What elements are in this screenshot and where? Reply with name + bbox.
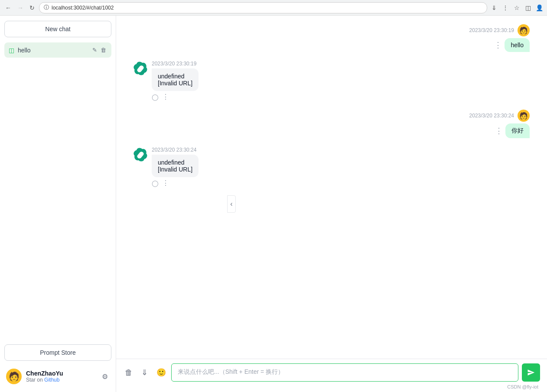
user-bubble: hello [505,38,530,52]
timestamp: 2023/3/20 23:30:24 [152,147,196,153]
avatar: 🧑 [6,369,22,384]
user-message-group: 2023/3/20 23:30:19 🧑 ⋮ hello [133,24,530,52]
chat-item[interactable]: ◫ hello ✎ 🗑 [4,42,111,58]
more-actions-button[interactable]: ⋮ [162,179,169,187]
user-message-header: 2023/3/20 23:30:24 🧑 [469,110,530,122]
user-message-group: 2023/3/20 23:30:24 🧑 ⋮ 你好 [133,110,530,138]
app-container: New chat ◫ hello ✎ 🗑 Prompt Store 🧑 Chen… [0,16,547,392]
ai-message-header: 2023/3/20 23:30:24 [152,147,199,153]
more-actions-button[interactable]: ⋮ [162,93,169,101]
input-row: 🗑 ⇓ 🙂 [123,363,540,382]
timestamp: 2023/3/20 23:30:24 [469,113,514,119]
user-sub: Star on Github [26,377,96,383]
ai-message-group: 2023/3/20 23:30:19 undefined [Invalid UR… [133,61,530,101]
send-button[interactable] [522,363,540,382]
delete-chat-button[interactable]: 🗑 [100,46,107,54]
ai-content: 2023/3/20 23:30:19 undefined [Invalid UR… [152,61,199,101]
messages-area: 2023/3/20 23:30:19 🧑 ⋮ hello [116,16,547,359]
chat-main: 2023/3/20 23:30:19 🧑 ⋮ hello [116,16,547,392]
new-chat-button[interactable]: New chat [4,21,111,37]
github-link[interactable]: Github [44,377,59,383]
settings-button[interactable]: ⚙ [100,371,110,382]
user-name: ChenZhaoYu [26,370,96,377]
ai-bubble: undefined [Invalid URL] [152,155,199,177]
timestamp: 2023/3/20 23:30:19 [469,27,514,33]
url-text: localhost:3002/#/chat/1002 [52,5,114,11]
message-actions[interactable]: ⋮ [494,40,502,50]
copy-button[interactable]: ◯ [152,180,159,187]
chat-item-actions: ✎ 🗑 [91,46,107,54]
message-actions[interactable]: ⋮ [495,126,503,136]
browser-bar: ← → ↻ ⓘ localhost:3002/#/chat/1002 ⇓ ⋮ ☆… [0,0,547,16]
user-avatar-small: 🧑 [518,110,530,122]
timestamp: 2023/3/20 23:30:19 [152,61,196,67]
user-bubble: 你好 [505,123,530,138]
back-button[interactable]: ← [3,3,13,12]
user-avatar-small: 🧑 [518,24,530,36]
prompt-store-button[interactable]: Prompt Store [4,344,111,361]
sidebar-bottom: Prompt Store 🧑 ChenZhaoYu Star on Github… [4,344,111,387]
emoji-button[interactable]: 🙂 [155,366,168,379]
profile-icon[interactable]: 👤 [535,3,544,12]
ai-message-footer: ◯ ⋮ [152,93,199,101]
bookmark-icon[interactable]: ☆ [512,3,521,12]
user-info: ChenZhaoYu Star on Github [26,370,96,383]
ai-message-header: 2023/3/20 23:30:19 [152,61,199,67]
footer-credit: CSDN @fly-iot [123,384,540,389]
ai-avatar [133,148,147,162]
chat-input[interactable] [171,363,518,382]
input-area: 🗑 ⇓ 🙂 CSDN @fly-iot [116,359,547,392]
export-button[interactable]: ⇓ [140,366,150,379]
browser-icons: ⇓ ⋮ ☆ ◫ 👤 [490,3,544,12]
ai-content: 2023/3/20 23:30:24 undefined [Invalid UR… [152,147,199,187]
chat-item-label: hello [18,47,88,54]
edit-chat-button[interactable]: ✎ [91,46,98,54]
user-message-header: 2023/3/20 23:30:19 🧑 [469,24,530,36]
forward-button[interactable]: → [16,3,25,12]
clear-button[interactable]: 🗑 [123,366,134,379]
input-tools: 🗑 ⇓ 🙂 [123,366,168,379]
address-bar: ⓘ localhost:3002/#/chat/1002 [39,2,487,13]
ai-bubble: undefined [Invalid URL] [152,68,199,91]
chat-icon: ◫ [9,47,14,54]
chat-list: ◫ hello ✎ 🗑 [4,42,111,344]
copy-button[interactable]: ◯ [152,94,159,100]
ai-avatar [133,62,147,75]
reload-button[interactable]: ↻ [28,3,36,12]
user-section: 🧑 ChenZhaoYu Star on Github ⚙ [4,366,111,387]
split-view-icon[interactable]: ◫ [524,3,532,12]
ai-message-group: 2023/3/20 23:30:24 undefined [Invalid UR… [133,147,530,187]
share-icon[interactable]: ⋮ [501,3,510,12]
download-icon[interactable]: ⇓ [490,3,498,12]
ai-message-footer: ◯ ⋮ [152,179,199,187]
sidebar: New chat ◫ hello ✎ 🗑 Prompt Store 🧑 Chen… [0,16,116,392]
sidebar-collapse-toggle[interactable]: ‹ [227,195,236,213]
lock-icon: ⓘ [44,4,49,11]
